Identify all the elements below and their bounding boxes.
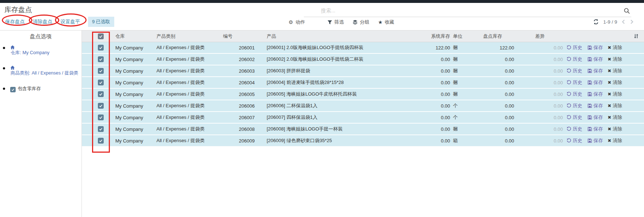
save-link[interactable]: 保存	[588, 79, 603, 86]
cell-category: All / Expenses / 提袋类	[155, 68, 213, 74]
cell-warehouse: My Company	[111, 115, 155, 120]
group-by-menu-button[interactable]: 分组	[353, 19, 369, 25]
row-checkbox[interactable]	[98, 91, 104, 97]
clear-link[interactable]: ✖ 清除	[608, 114, 622, 121]
save-link[interactable]: 保存	[588, 68, 603, 74]
history-link[interactable]: 历史	[567, 137, 582, 144]
history-link[interactable]: 历史	[567, 126, 582, 132]
clear-link[interactable]: ✖ 清除	[608, 56, 622, 63]
row-checkbox[interactable]	[98, 80, 104, 85]
header-counted-qty[interactable]: 盘点库存	[471, 33, 517, 40]
cell-system-qty: 0.00	[417, 103, 451, 109]
pager-range: 1-9 / 9	[603, 19, 617, 25]
table-body: My Company All / Expenses / 提袋类 206001 […	[82, 42, 644, 147]
table-row[interactable]: My Company All / Expenses / 提袋类 206007 […	[82, 112, 644, 124]
save-count-button[interactable]: 保存盘点	[5, 19, 25, 25]
save-link[interactable]: 保存	[588, 44, 603, 51]
cell-uom: 捆	[451, 68, 471, 74]
search-input[interactable]	[320, 7, 598, 14]
favorites-menu-button[interactable]: ★ 收藏	[378, 19, 394, 25]
refresh-icon[interactable]	[593, 19, 599, 25]
history-link[interactable]: 历史	[567, 91, 582, 97]
save-link[interactable]: 保存	[588, 103, 603, 109]
row-checkbox[interactable]	[98, 114, 104, 120]
category-filter-value: All / Expenses / 提袋类	[32, 71, 78, 76]
floppy-icon	[588, 115, 592, 120]
row-checkbox[interactable]	[98, 126, 104, 132]
search-options: 筛选 分组 ★ 收藏	[327, 19, 394, 25]
count-options-title: 盘点选项	[0, 33, 82, 40]
pager-next-icon[interactable]	[630, 19, 634, 24]
header-product[interactable]: 产品	[258, 33, 417, 40]
table-row[interactable]: My Company All / Expenses / 提袋类 206002 […	[82, 54, 644, 65]
selected-count-badge: 9 已选取	[88, 17, 114, 27]
save-link[interactable]: 保存	[588, 137, 603, 144]
save-link[interactable]: 保存	[588, 114, 603, 121]
cell-uom: 个	[451, 114, 471, 121]
include-zero-stock-checkbox[interactable]	[10, 87, 16, 92]
cell-difference: 0.00	[517, 80, 565, 85]
table-header-row: 仓库 产品类别 编号 产品 系统库存 单位 盘点库存 差异	[82, 31, 644, 42]
save-link[interactable]: 保存	[588, 126, 603, 132]
table-row[interactable]: My Company All / Expenses / 提袋类 206001 […	[82, 42, 644, 54]
cell-code: 206003	[213, 68, 258, 74]
cell-uom: 捆	[451, 44, 471, 51]
include-zero-stock-item: 包含零库存	[0, 86, 82, 92]
clear-link[interactable]: ✖ 清除	[608, 68, 622, 74]
optional-columns-icon[interactable]	[628, 33, 644, 39]
cell-system-qty: 0.00	[417, 57, 451, 62]
table-row[interactable]: My Company All / Expenses / 提袋类 206004 […	[82, 77, 644, 89]
history-link[interactable]: 历史	[567, 103, 582, 109]
row-checkbox[interactable]	[98, 138, 104, 144]
save-link[interactable]: 保存	[588, 91, 603, 97]
filter-menu-button[interactable]: 筛选	[327, 19, 344, 25]
header-warehouse[interactable]: 仓库	[111, 33, 155, 40]
select-all-checkbox[interactable]	[98, 33, 104, 39]
header-uom[interactable]: 单位	[451, 33, 471, 40]
clear-link[interactable]: ✖ 清除	[608, 126, 622, 132]
clear-link[interactable]: ✖ 清除	[608, 137, 622, 144]
cell-product: [206006] 二杯保温袋1入	[258, 103, 417, 109]
clear-link[interactable]: ✖ 清除	[608, 44, 622, 51]
cell-counted-qty: 0.00	[471, 92, 517, 97]
table-row[interactable]: My Company All / Expenses / 提袋类 206008 […	[82, 124, 644, 135]
home-icon	[10, 65, 80, 70]
history-link[interactable]: 历史	[567, 114, 582, 121]
cell-code: 206001	[213, 45, 258, 51]
floppy-icon	[588, 57, 592, 61]
row-checkbox[interactable]	[98, 68, 104, 74]
x-icon: ✖	[608, 92, 611, 97]
cell-code: 206007	[213, 115, 258, 120]
row-checkbox[interactable]	[98, 56, 104, 62]
history-link[interactable]: 历史	[567, 79, 582, 86]
pager-previous-icon[interactable]	[621, 19, 625, 24]
cell-counted-qty: 0.00	[471, 115, 517, 120]
action-menu-button[interactable]: ⚙ 动作	[289, 19, 305, 25]
x-icon: ✖	[608, 80, 611, 85]
clear-link[interactable]: ✖ 清除	[608, 91, 622, 97]
header-category[interactable]: 产品类别	[155, 33, 213, 40]
header-code[interactable]: 编号	[213, 33, 258, 40]
cell-uom: 捆	[451, 91, 471, 97]
top-navigation-bar	[0, 0, 644, 3]
set-count-button[interactable]: 设置盘平	[60, 19, 80, 25]
clear-count-button[interactable]: 清除盘点	[33, 19, 52, 25]
history-link[interactable]: 历史	[567, 44, 582, 51]
history-link[interactable]: 历史	[567, 56, 582, 63]
header-difference[interactable]: 差异	[517, 33, 565, 40]
search-icon[interactable]	[623, 7, 631, 15]
table-row[interactable]: My Company All / Expenses / 提袋类 206006 […	[82, 100, 644, 112]
cell-difference: 0.00	[517, 115, 565, 120]
header-system-qty[interactable]: 系统库存	[417, 33, 451, 40]
table-row[interactable]: My Company All / Expenses / 提袋类 206003 […	[82, 65, 644, 77]
row-checkbox[interactable]	[98, 45, 104, 51]
clear-link[interactable]: ✖ 清除	[608, 103, 622, 109]
table-row[interactable]: My Company All / Expenses / 提袋类 206009 […	[82, 135, 644, 147]
cell-counted-qty: 0.00	[471, 126, 517, 132]
row-checkbox[interactable]	[98, 103, 104, 109]
save-link[interactable]: 保存	[588, 56, 603, 63]
clear-link[interactable]: ✖ 清除	[608, 79, 622, 86]
history-link[interactable]: 历史	[567, 68, 582, 74]
table-row[interactable]: My Company All / Expenses / 提袋类 206005 […	[82, 89, 644, 100]
cell-warehouse: My Company	[111, 138, 155, 144]
